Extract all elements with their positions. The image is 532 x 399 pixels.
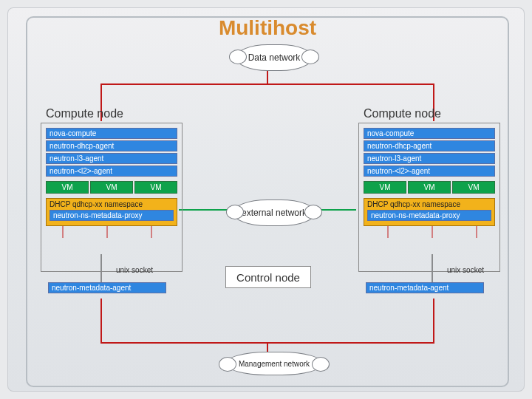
service-item: neutron-<l2>-agent (364, 166, 495, 177)
diagram-title: Mulitihost (27, 16, 508, 40)
vm-box: VM (134, 181, 177, 194)
dhcp-namespace: DHCP qdhcp-xx namespace neutron-ns-metad… (46, 198, 177, 226)
control-node: Control node (225, 266, 311, 288)
vm-box: VM (452, 181, 495, 194)
vm-box: VM (408, 181, 451, 194)
dhcp-label: DHCP qdhcp-xx namespace (50, 200, 143, 208)
vm-box: VM (90, 181, 133, 194)
vm-box: VM (364, 181, 406, 194)
cloud-label: Management network (239, 360, 310, 368)
service-item: neutron-dhcp-agent (364, 140, 495, 151)
vm-row: VM VM VM (364, 181, 495, 194)
cloud-management-network: Management network (225, 352, 323, 375)
unix-socket-label: unix socket (116, 266, 153, 274)
slide-frame: Mulitihost Data network external ne (7, 7, 525, 392)
ns-metadata-proxy: neutron-ns-metadata-proxy (50, 210, 174, 221)
compute-node-title: Compute node (46, 107, 123, 120)
service-item: neutron-dhcp-agent (46, 140, 177, 151)
metadata-agent: neutron-metadata-agent (366, 282, 484, 293)
vm-row: VM VM VM (46, 181, 177, 194)
vm-box: VM (46, 181, 89, 194)
control-node-label: Control node (236, 271, 300, 284)
unix-socket-label: unix socket (447, 266, 484, 274)
service-item: neutron-l3-agent (364, 153, 495, 164)
compute-node-left: Compute node nova-compute neutron-dhcp-a… (41, 123, 183, 272)
cloud-label: external network (242, 208, 307, 218)
service-item: neutron-l3-agent (46, 153, 177, 164)
dhcp-namespace: DHCP qdhcp-xx namespace neutron-ns-metad… (364, 198, 495, 226)
service-item: nova-compute (364, 128, 495, 139)
service-item: nova-compute (46, 128, 177, 139)
compute-node-title: Compute node (364, 107, 441, 120)
metadata-agent: neutron-metadata-agent (48, 282, 166, 293)
cloud-external-network: external network (233, 200, 316, 226)
dhcp-label: DHCP qdhcp-xx namespace (367, 200, 460, 208)
cloud-label: Data network (248, 52, 301, 63)
diagram-canvas: Mulitihost Data network external ne (26, 16, 509, 387)
cloud-data-network: Data network (236, 44, 313, 71)
ns-metadata-proxy: neutron-ns-metadata-proxy (367, 210, 491, 221)
service-stack: nova-compute neutron-dhcp-agent neutron-… (359, 123, 499, 177)
compute-node-right: Compute node nova-compute neutron-dhcp-a… (358, 123, 500, 272)
service-stack: nova-compute neutron-dhcp-agent neutron-… (41, 123, 182, 177)
service-item: neutron-<l2>-agent (46, 166, 177, 177)
